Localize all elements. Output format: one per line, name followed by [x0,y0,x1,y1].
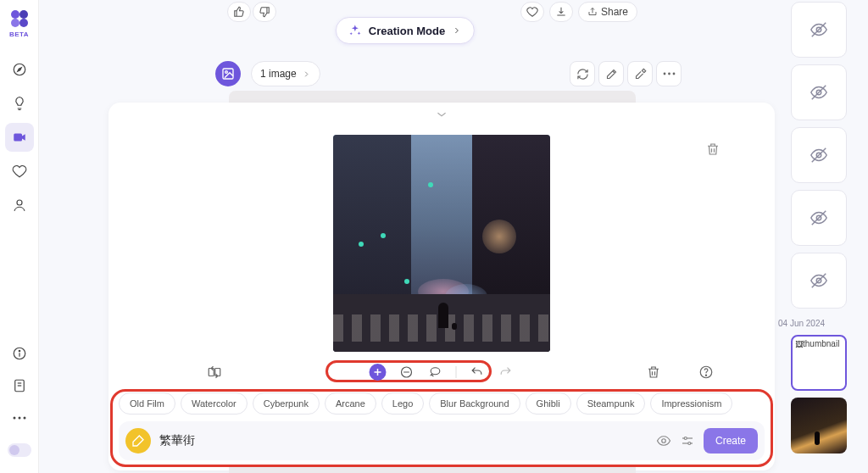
edit-button[interactable] [598,61,624,86]
nav-info[interactable] [5,339,34,368]
visibility-button[interactable] [656,433,671,448]
more-button[interactable] [656,61,682,86]
feedback-buttons [227,2,276,22]
style-chip[interactable]: Cyberpunk [253,392,320,415]
svg-point-10 [19,350,20,352]
main-image-preview[interactable] [333,135,550,352]
svg-marker-5 [17,68,21,72]
svg-point-0 [11,10,19,19]
style-chip[interactable]: Blur Background [429,392,520,415]
nav-docs[interactable] [5,371,34,400]
svg-point-21 [672,73,675,75]
collapse-handle[interactable] [436,111,448,118]
image-type-button[interactable] [215,61,241,86]
svg-point-19 [663,73,665,75]
svg-point-14 [14,417,16,420]
style-chip[interactable]: Ghibli [526,392,571,415]
prompt-bar: Create [119,421,765,460]
help-button[interactable] [698,364,714,380]
svg-point-28 [705,375,706,376]
main-area: Share Creation Mode 1 image [39,0,771,473]
settings-button[interactable] [680,433,695,448]
toolbar-right [646,364,714,380]
style-chip[interactable]: Watercolor [181,392,248,415]
creation-mode-button[interactable]: Creation Mode [336,17,475,44]
gallery-thumb-alt: thumbnail [803,339,839,348]
compare-button[interactable] [207,364,222,380]
style-chip-row: Old Film Watercolor Cyberpunk Arcane Leg… [119,392,765,415]
sidebar: BETA [0,0,39,473]
gallery-empty-slot[interactable] [791,64,847,120]
tab-shade [229,91,636,103]
eyedropper-button[interactable] [627,61,653,86]
nav-profile[interactable] [5,191,34,220]
style-chip[interactable]: Impressionism [650,392,732,415]
gallery-date-label: 04 Jun 2024 [778,319,825,328]
delete-button[interactable] [646,364,661,380]
sidebar-bottom [0,339,39,468]
svg-rect-6 [14,134,22,142]
image-count-button[interactable]: 1 image [251,61,320,86]
svg-point-15 [19,417,21,420]
bottom-shade [229,467,636,473]
settings-toggle[interactable] [5,436,34,465]
thumbs-up-button[interactable] [227,2,251,22]
image-header-actions [570,61,682,86]
chevron-right-icon [302,70,311,79]
nav-more[interactable] [5,403,34,432]
gallery-empty-slot[interactable] [791,253,847,309]
add-button[interactable] [370,364,387,381]
create-button[interactable]: Create [704,428,758,454]
share-button[interactable]: Share [578,2,637,22]
svg-point-16 [24,417,26,420]
favorite-button[interactable] [520,2,544,22]
svg-point-26 [431,368,440,375]
svg-point-29 [662,439,666,443]
chevron-right-icon [452,25,462,36]
nav-explore[interactable] [5,55,34,84]
prompt-actions: Create [656,428,758,454]
nav-ideas[interactable] [5,89,34,118]
svg-point-1 [19,10,28,19]
nav-favorites[interactable] [5,157,34,186]
app-logo [9,8,30,29]
gallery-empty-slot[interactable] [791,190,847,246]
prompt-wand-icon [125,428,151,454]
style-chip[interactable]: Steampunk [576,392,646,415]
svg-point-18 [225,71,228,74]
undo-button[interactable] [469,364,486,381]
svg-point-2 [11,19,19,27]
delete-image-button[interactable] [705,142,721,157]
svg-point-20 [668,73,670,75]
svg-point-32 [684,437,687,440]
svg-point-3 [19,19,28,27]
lasso-button[interactable] [427,364,444,381]
creation-mode-label: Creation Mode [369,25,445,37]
gallery-thumb[interactable] [791,398,847,454]
gallery-panel: 04 Jun 2024 thumbnail [773,0,865,473]
redo-button[interactable] [498,364,515,381]
top-right-actions: Share [520,2,637,22]
style-chip[interactable]: Arcane [325,392,376,415]
svg-point-33 [688,442,691,445]
prompt-input[interactable] [159,421,648,460]
edit-tools [370,364,515,381]
svg-point-7 [17,200,22,205]
thumbs-down-button[interactable] [253,2,276,22]
beta-badge: BETA [9,31,29,38]
gallery-empty-slot[interactable] [791,2,847,58]
image-count-label: 1 image [260,68,297,80]
style-chip[interactable]: Lego [381,392,424,415]
remove-button[interactable] [398,364,415,381]
download-button[interactable] [549,2,573,22]
editor-card: Old Film Watercolor Cyberpunk Arcane Leg… [108,103,775,470]
gallery-empty-slot[interactable] [791,127,847,183]
editor-toolbar [108,363,775,381]
nav-video[interactable] [5,123,34,152]
style-chip[interactable]: Old Film [119,392,175,415]
refresh-button[interactable] [570,61,595,86]
share-label: Share [601,6,628,18]
image-header: 1 image [215,61,320,86]
gallery-thumb-active[interactable]: thumbnail [791,335,847,391]
